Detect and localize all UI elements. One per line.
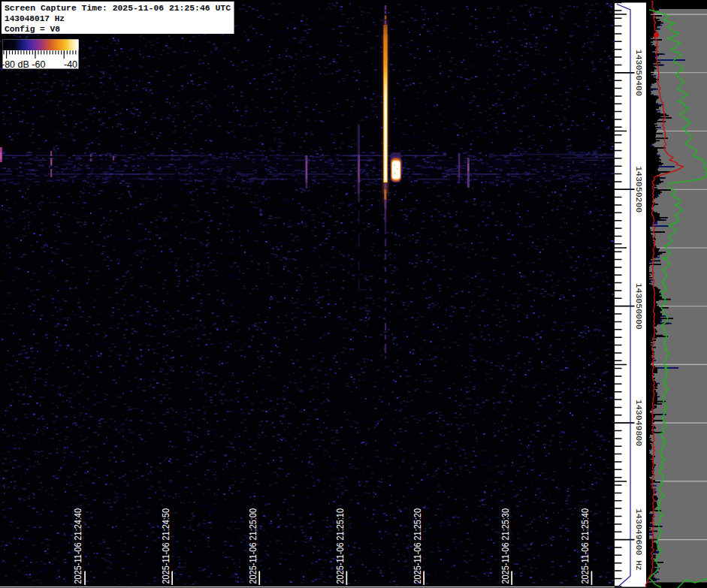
svg-text:Config = V8: Config = V8 <box>5 25 60 34</box>
svg-text:143048017 Hz: 143048017 Hz <box>5 14 65 23</box>
svg-text:143049600 Hz: 143049600 Hz <box>634 508 644 571</box>
svg-text:Screen Capture Time: 2025-11-0: Screen Capture Time: 2025-11-06 21:25:46… <box>5 4 231 13</box>
svg-text:-40: -40 <box>64 59 77 70</box>
svg-text:143050400: 143050400 <box>634 50 644 96</box>
svg-text:2025-11-06 21:25:30: 2025-11-06 21:25:30 <box>500 508 511 584</box>
svg-text:143049800: 143049800 <box>634 400 644 446</box>
svg-text:2025-11-06 21:24:50: 2025-11-06 21:24:50 <box>160 508 171 584</box>
svg-text:2025-11-06 21:25:20: 2025-11-06 21:25:20 <box>412 508 423 584</box>
svg-text:2025-11-06 21:25:00: 2025-11-06 21:25:00 <box>247 508 258 584</box>
svg-text:143050200: 143050200 <box>634 166 644 213</box>
svg-text:143050000: 143050000 <box>634 283 644 330</box>
svg-text:-80 dB -60: -80 dB -60 <box>2 59 45 70</box>
svg-text:2025-11-06 21:24:40: 2025-11-06 21:24:40 <box>72 508 83 584</box>
svg-text:2025-11-06 21:25:40: 2025-11-06 21:25:40 <box>579 508 591 584</box>
svg-text:2025-11-06 21:25:10: 2025-11-06 21:25:10 <box>334 508 346 584</box>
